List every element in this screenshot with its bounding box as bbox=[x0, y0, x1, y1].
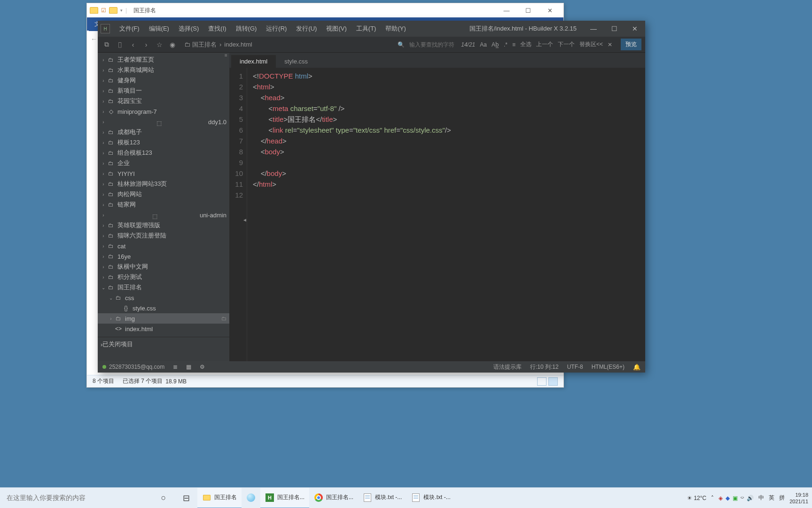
wifi-icon[interactable]: ⌔ bbox=[741, 495, 744, 501]
tray-chevron-icon[interactable]: ˄ bbox=[711, 495, 714, 501]
tree-item[interactable]: ›🗀水果商城网站 bbox=[98, 65, 229, 75]
menu-publish[interactable]: 发行(U) bbox=[291, 24, 321, 33]
taskbar-app[interactable]: 模块.txt -... bbox=[358, 488, 406, 508]
hbuilder-titlebar[interactable]: H 文件(F) 编辑(E) 选择(S) 查找(I) 跳转(G) 运行(R) 发行… bbox=[98, 21, 645, 37]
tree-item[interactable]: ›🗀成都电子 bbox=[98, 127, 229, 137]
minimize-button[interactable]: — bbox=[583, 21, 604, 37]
search-input[interactable] bbox=[409, 41, 456, 48]
menu-file[interactable]: 文件(F) bbox=[115, 24, 144, 33]
weather-widget[interactable]: ☀ 12°C bbox=[687, 495, 706, 501]
replace-toggle[interactable]: 替换区<< bbox=[579, 40, 603, 48]
tree-item[interactable]: ›🗀纵横中文网 bbox=[98, 262, 229, 272]
tree-item[interactable]: {}style.css bbox=[98, 303, 229, 313]
preview-button[interactable]: 预览 bbox=[621, 39, 641, 50]
tray-icon[interactable]: ▣ bbox=[733, 495, 738, 501]
tree-item[interactable]: ›🗀新项目一 bbox=[98, 86, 229, 96]
forward-icon[interactable]: › bbox=[141, 41, 151, 48]
tree-item[interactable]: ›⬚uni-admin bbox=[98, 210, 229, 220]
status-icon[interactable]: ≣ bbox=[173, 364, 178, 370]
crumb-root[interactable]: 国王排名 bbox=[192, 40, 217, 49]
tree-item[interactable]: ›🗀猫咪六页注册登陆 bbox=[98, 230, 229, 241]
ime-indicator[interactable]: 拼 bbox=[779, 494, 785, 502]
dropdown-icon[interactable]: ▾ bbox=[120, 8, 123, 13]
status-icon[interactable]: ▦ bbox=[186, 364, 191, 370]
ime-indicator[interactable]: 英 bbox=[769, 494, 774, 502]
menu-view[interactable]: 视图(V) bbox=[321, 24, 351, 33]
syntax-hint-button[interactable]: 语法提示库 bbox=[493, 363, 522, 371]
list-toggle[interactable]: ≡ bbox=[512, 41, 515, 48]
fold-handle-icon[interactable]: ◄ bbox=[242, 214, 247, 225]
taskbar-app[interactable]: 国王排名... bbox=[309, 488, 358, 508]
taskbar-app[interactable]: 国王排名 bbox=[197, 488, 242, 508]
regex-toggle[interactable]: .* bbox=[504, 41, 508, 48]
close-button[interactable]: ✕ bbox=[625, 21, 645, 37]
tray-icon[interactable]: ◈ bbox=[718, 495, 723, 501]
tray-icon[interactable]: ◆ bbox=[726, 495, 730, 501]
tree-item[interactable]: ›🗀img🗀 bbox=[98, 313, 229, 324]
tree-item[interactable]: ›⬚ddy1.0 bbox=[98, 117, 229, 127]
taskbar-app[interactable] bbox=[242, 488, 260, 508]
back-button[interactable]: ← bbox=[91, 35, 97, 43]
volume-icon[interactable]: 🔊 bbox=[747, 495, 754, 501]
minimize-button[interactable]: — bbox=[496, 3, 517, 17]
tool-icon[interactable]: ⌷ bbox=[115, 41, 125, 48]
taskbar-app[interactable]: H国王排名... bbox=[260, 488, 309, 508]
tree-item[interactable]: ›🗀花园宝宝 bbox=[98, 96, 229, 106]
tree-item[interactable]: ›🗀企业 bbox=[98, 158, 229, 168]
taskbar-search[interactable]: 在这里输入你要搜索的内容 bbox=[0, 488, 149, 508]
prev-btn[interactable]: 上一个 bbox=[536, 40, 553, 48]
crumb-file[interactable]: index.html bbox=[224, 41, 252, 48]
closed-projects-section[interactable]: › 已关闭项目 bbox=[98, 337, 229, 351]
menu-goto[interactable]: 跳转(G) bbox=[231, 24, 262, 33]
close-button[interactable]: ✕ bbox=[539, 3, 561, 17]
menu-select[interactable]: 选择(S) bbox=[174, 24, 203, 33]
tool-icon[interactable]: ⧉ bbox=[102, 40, 112, 48]
encoding[interactable]: UTF-8 bbox=[567, 364, 583, 370]
tree-item[interactable]: ›🗀健身网 bbox=[98, 75, 229, 86]
tab-style-css[interactable]: style.css bbox=[276, 55, 316, 68]
taskbar-app[interactable]: 模块.txt -... bbox=[406, 488, 455, 508]
project-sidebar[interactable]: ≡ ›🗀王者荣耀五页›🗀水果商城网站›🗀健身网›🗀新项目一›🗀花园宝宝›◇min… bbox=[98, 53, 229, 361]
word-toggle[interactable]: Ab̲ bbox=[492, 41, 499, 48]
menu-tools[interactable]: 工具(T) bbox=[351, 24, 381, 33]
tree-item[interactable]: ›🗀16ye bbox=[98, 251, 229, 262]
tree-item[interactable]: ›🗀YIYIYI bbox=[98, 168, 229, 179]
tree-item[interactable]: ›🗀链家网 bbox=[98, 199, 229, 210]
close-search-btn[interactable]: ✕ bbox=[608, 41, 612, 48]
back-icon[interactable]: ‹ bbox=[128, 41, 138, 48]
language-mode[interactable]: HTML(ES6+) bbox=[592, 364, 625, 370]
case-toggle[interactable]: Aa bbox=[480, 41, 487, 48]
tree-item[interactable]: ›🗀桂林旅游网站33页 bbox=[98, 179, 229, 189]
menu-edit[interactable]: 编辑(E) bbox=[144, 24, 174, 33]
select-all-btn[interactable]: 全选 bbox=[520, 40, 531, 48]
tree-item[interactable]: ›🗀肉松网站 bbox=[98, 189, 229, 199]
system-tray[interactable]: ◈ ◆ ▣ ⌔ 🔊 bbox=[718, 495, 754, 501]
menu-find[interactable]: 查找(I) bbox=[203, 24, 231, 33]
tree-item[interactable]: ›🗀英雄联盟增强版 bbox=[98, 220, 229, 230]
search-icon[interactable]: 🔍 bbox=[398, 41, 405, 48]
tree-item[interactable]: ›◇miniprogram-7 bbox=[98, 106, 229, 117]
timeline-button[interactable]: ⊟ bbox=[175, 488, 197, 508]
bell-icon[interactable]: 🔔 bbox=[633, 364, 640, 371]
tree-item[interactable]: ›🗀模板123 bbox=[98, 137, 229, 148]
explorer-titlebar[interactable]: ☑ ▾ | 国王排名 — ☐ ✕ bbox=[87, 3, 563, 17]
taskbar-clock[interactable]: 19:18 2021/11 bbox=[789, 492, 808, 505]
tree-item[interactable]: ⌄🗀国王排名 bbox=[98, 282, 229, 293]
next-btn[interactable]: 下一个 bbox=[558, 40, 575, 48]
status-icon[interactable]: ⚙ bbox=[200, 364, 205, 370]
tab-index-html[interactable]: index.html bbox=[231, 55, 276, 68]
tree-item[interactable]: ›🗀cat bbox=[98, 241, 229, 251]
play-icon[interactable]: ◉ bbox=[167, 41, 178, 48]
taskview-button[interactable]: ○ bbox=[152, 488, 175, 508]
view-icons-button[interactable] bbox=[548, 377, 558, 386]
user-badge[interactable]: 2528730315@qq.com bbox=[102, 364, 164, 370]
maximize-button[interactable]: ☐ bbox=[517, 3, 539, 17]
tree-item[interactable]: <>index.html bbox=[98, 324, 229, 334]
tree-item[interactable]: ›🗀组合模板123 bbox=[98, 148, 229, 158]
maximize-button[interactable]: ☐ bbox=[604, 21, 625, 37]
ime-indicator[interactable]: 中 bbox=[758, 494, 764, 502]
tree-item[interactable]: ›🗀王者荣耀五页 bbox=[98, 55, 229, 65]
tree-item[interactable]: ›🗀积分测试 bbox=[98, 272, 229, 282]
tree-item[interactable]: ⌄🗀css bbox=[98, 293, 229, 303]
code-editor[interactable]: 123 456 789 101112 <!DOCTYPE html> <html… bbox=[229, 68, 645, 361]
